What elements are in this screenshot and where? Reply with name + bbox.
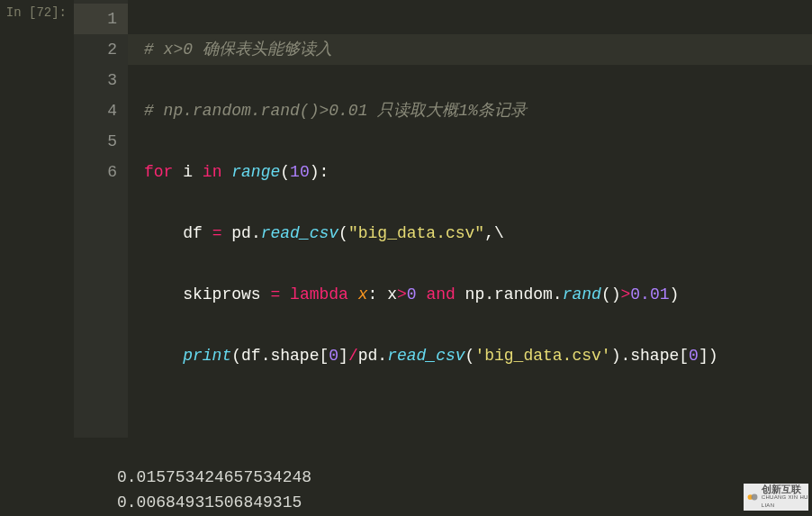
number-literal: 0 xyxy=(689,347,699,365)
output-line: 0.015753424657534248 xyxy=(117,468,311,486)
builtin-range: range xyxy=(231,163,280,181)
code-line-1: # x>0 确保表头能够读入 xyxy=(128,34,812,65)
keyword-for: for xyxy=(144,163,173,181)
number-literal: 0.01 xyxy=(630,285,669,303)
code-line-4: df = pd.read_csv("big_data.csv",\ xyxy=(144,218,812,249)
logo-brand: 创新互联 xyxy=(762,485,808,493)
parameter: x xyxy=(358,285,368,303)
identifier: np xyxy=(465,285,485,303)
identifier: x xyxy=(387,285,397,303)
builtin-print: print xyxy=(183,347,231,365)
code-editor[interactable]: # x>0 确保表头能够读入 # np.random.rand()>0.01 只… xyxy=(128,0,812,438)
identifier: shape xyxy=(630,347,679,365)
identifier: pd xyxy=(358,347,378,365)
identifier: skiprows xyxy=(183,285,260,303)
number-literal: 10 xyxy=(290,163,310,181)
number-literal: 0 xyxy=(407,285,417,303)
identifier: shape xyxy=(270,347,319,365)
identifier: pd xyxy=(231,224,251,242)
logo-icon xyxy=(747,489,760,505)
line-number: 5 xyxy=(74,126,117,157)
svg-point-1 xyxy=(752,494,758,501)
identifier: i xyxy=(183,163,193,181)
cell-output: 0.015753424657534248 0.00684931506849315… xyxy=(0,438,812,516)
logo-sub: CHUANG XIN HU LIAN xyxy=(762,493,808,510)
identifier: df xyxy=(241,347,261,365)
comment: # x>0 确保表头能够读入 xyxy=(144,41,332,59)
line-number: 4 xyxy=(74,95,117,126)
code-line-2: # np.random.rand()>0.01 只读取大概1%条记录 xyxy=(144,95,812,126)
line-number-gutter: 1 2 3 4 5 6 xyxy=(74,0,128,438)
line-number: 6 xyxy=(74,157,117,187)
method: rand xyxy=(563,285,601,303)
method: read_csv xyxy=(387,347,465,365)
number-literal: 0 xyxy=(329,347,338,365)
identifier: df xyxy=(183,224,203,242)
line-number: 2 xyxy=(74,34,117,65)
string-literal: 'big_data.csv' xyxy=(474,347,610,365)
watermark-logo: 创新互联 CHUANG XIN HU LIAN xyxy=(744,484,808,511)
keyword-and: and xyxy=(426,285,455,303)
keyword-in: in xyxy=(203,163,222,181)
cell-prompt: In [72]: xyxy=(0,0,74,438)
code-line-6: print(df.shape[0]/pd.read_csv('big_data.… xyxy=(144,340,812,371)
string-literal: "big_data.csv" xyxy=(348,224,484,242)
code-line-5: skiprows = lambda x: x>0 and np.random.r… xyxy=(144,279,812,310)
output-line: 0.00684931506849315 xyxy=(117,493,302,511)
identifier: random xyxy=(494,285,553,303)
line-number: 1 xyxy=(74,4,128,34)
code-line-3: for i in range(10): xyxy=(144,157,812,187)
method: read_csv xyxy=(261,224,338,242)
code-cell: In [72]: 1 2 3 4 5 6 # x>0 确保表头能够读入 # np… xyxy=(0,0,812,438)
line-number: 3 xyxy=(74,65,117,95)
comment: # np.random.rand()>0.01 只读取大概1%条记录 xyxy=(144,102,527,120)
keyword-lambda: lambda xyxy=(290,285,348,303)
